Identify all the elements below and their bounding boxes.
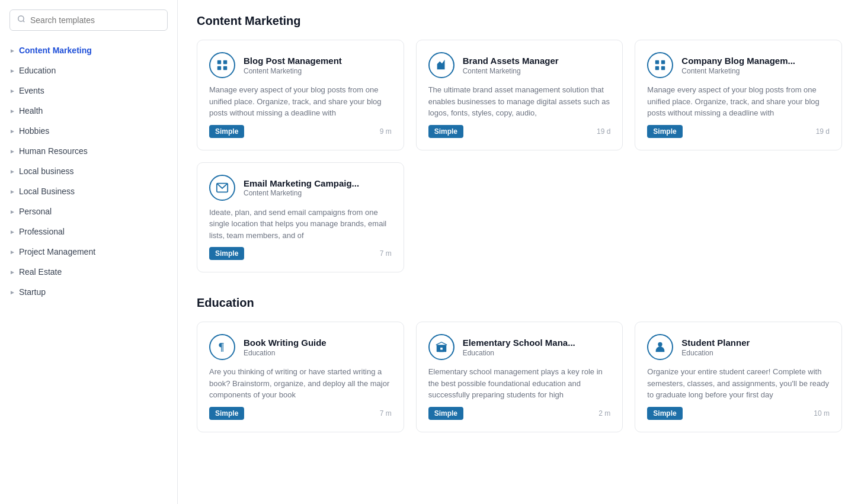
template-card[interactable]: Elementary School Mana... Education Elem… bbox=[416, 322, 623, 432]
svg-rect-6 bbox=[655, 60, 659, 64]
card-time: 10 m bbox=[814, 409, 830, 418]
search-input[interactable] bbox=[30, 15, 160, 25]
sections-container: Content Marketing Blog Post Management C… bbox=[197, 14, 842, 432]
card-category: Content Marketing bbox=[244, 189, 359, 197]
card-description: Manage every aspect of your blog posts f… bbox=[647, 84, 830, 119]
card-description: Elementary school management plays a key… bbox=[428, 366, 611, 401]
card-name: Brand Assets Manager bbox=[463, 55, 559, 67]
badge-simple[interactable]: Simple bbox=[647, 125, 682, 138]
sidebar-item-project-management[interactable]: ► Project Management bbox=[0, 242, 177, 262]
chevron-right-icon: ► bbox=[9, 128, 15, 134]
card-footer: Simple 19 d bbox=[428, 125, 611, 138]
card-description: The ultimate brand asset management solu… bbox=[428, 84, 611, 119]
sidebar-item-real-estate[interactable]: ► Real Estate bbox=[0, 262, 177, 282]
card-time: 2 m bbox=[598, 409, 610, 418]
template-card[interactable]: ¶ Book Writing Guide Education Are you t… bbox=[197, 322, 404, 432]
card-header: Elementary School Mana... Education bbox=[428, 334, 611, 360]
svg-line-1 bbox=[23, 21, 25, 23]
svg-point-0 bbox=[18, 16, 24, 21]
card-category: Education bbox=[463, 349, 575, 357]
cards-grid: Blog Post Management Content Marketing M… bbox=[197, 40, 842, 272]
sidebar-item-education[interactable]: ► Education bbox=[0, 60, 177, 81]
badge-simple[interactable]: Simple bbox=[209, 247, 244, 260]
badge-simple[interactable]: Simple bbox=[209, 407, 244, 420]
sidebar-item-professional[interactable]: ► Professional bbox=[0, 221, 177, 242]
chevron-right-icon: ► bbox=[9, 249, 15, 255]
svg-rect-5 bbox=[223, 66, 227, 70]
card-name: Company Blog Managem... bbox=[681, 55, 795, 67]
template-card[interactable]: Brand Assets Manager Content Marketing T… bbox=[416, 40, 623, 150]
svg-rect-9 bbox=[661, 66, 665, 70]
sidebar-item-local-business[interactable]: ► Local business bbox=[0, 161, 177, 181]
sidebar-item-label: Events bbox=[19, 86, 168, 95]
sidebar-item-health[interactable]: ► Health bbox=[0, 101, 177, 121]
sidebar-item-label: Hobbies bbox=[19, 126, 168, 136]
badge-simple[interactable]: Simple bbox=[428, 407, 463, 420]
chevron-right-icon: ► bbox=[9, 229, 15, 235]
chevron-right-icon: ► bbox=[9, 208, 15, 215]
card-icon-chart bbox=[428, 52, 454, 78]
card-header: Blog Post Management Content Marketing bbox=[209, 52, 392, 78]
sidebar-item-hobbies[interactable]: ► Hobbies bbox=[0, 121, 177, 141]
svg-point-14 bbox=[658, 342, 662, 346]
sidebar-item-label: Education bbox=[19, 66, 168, 75]
sidebar-item-personal[interactable]: ► Personal bbox=[0, 201, 177, 221]
chevron-right-icon: ► bbox=[9, 88, 15, 94]
badge-simple[interactable]: Simple bbox=[647, 407, 682, 420]
sidebar: ► Content Marketing ► Education ► Events… bbox=[0, 0, 178, 504]
template-card[interactable]: Email Marketing Campaig... Content Marke… bbox=[197, 162, 404, 273]
card-footer: Simple 2 m bbox=[428, 407, 611, 420]
card-icon-paragraph: ¶ bbox=[209, 334, 235, 360]
search-icon bbox=[17, 15, 25, 25]
chevron-right-icon: ► bbox=[9, 269, 15, 275]
card-time: 9 m bbox=[380, 127, 392, 136]
badge-simple[interactable]: Simple bbox=[428, 125, 463, 138]
card-name: Email Marketing Campaig... bbox=[244, 178, 359, 190]
card-footer: Simple 7 m bbox=[209, 407, 392, 420]
search-box[interactable] bbox=[9, 9, 168, 31]
section-title: Education bbox=[197, 296, 842, 310]
sidebar-item-label: Project Management bbox=[19, 247, 168, 256]
card-header: Company Blog Managem... Content Marketin… bbox=[647, 52, 830, 78]
card-title-block: Email Marketing Campaig... Content Marke… bbox=[244, 178, 359, 198]
card-header: Student Planner Education bbox=[647, 334, 830, 360]
card-description: Are you thinking of writing or have star… bbox=[209, 366, 392, 401]
card-header: Brand Assets Manager Content Marketing bbox=[428, 52, 611, 78]
card-title-block: Company Blog Managem... Content Marketin… bbox=[681, 55, 795, 75]
template-card[interactable]: Company Blog Managem... Content Marketin… bbox=[635, 40, 842, 150]
template-card[interactable]: Student Planner Education Organize your … bbox=[635, 322, 842, 432]
sidebar-item-local-business[interactable]: ► Local Business bbox=[0, 181, 177, 201]
chevron-right-icon: ► bbox=[9, 68, 15, 74]
badge-simple[interactable]: Simple bbox=[209, 125, 244, 138]
section-education: Education ¶ Book Writing Guide Education… bbox=[197, 296, 842, 432]
sidebar-item-startup[interactable]: ► Startup bbox=[0, 282, 177, 302]
cards-grid: ¶ Book Writing Guide Education Are you t… bbox=[197, 322, 842, 432]
card-header: ¶ Book Writing Guide Education bbox=[209, 334, 392, 360]
card-category: Content Marketing bbox=[244, 67, 342, 75]
card-category: Content Marketing bbox=[463, 67, 559, 75]
card-icon-grid bbox=[647, 52, 673, 78]
card-category: Education bbox=[244, 349, 327, 357]
svg-rect-13 bbox=[440, 348, 443, 350]
svg-text:¶: ¶ bbox=[219, 341, 225, 353]
card-title-block: Blog Post Management Content Marketing bbox=[244, 55, 342, 75]
sidebar-item-events[interactable]: ► Events bbox=[0, 81, 177, 101]
card-footer: Simple 7 m bbox=[209, 247, 392, 260]
section-title: Content Marketing bbox=[197, 14, 842, 28]
card-header: Email Marketing Campaig... Content Marke… bbox=[209, 175, 392, 201]
card-name: Student Planner bbox=[681, 337, 750, 349]
card-category: Content Marketing bbox=[681, 67, 795, 75]
card-time: 7 m bbox=[380, 249, 392, 258]
sidebar-item-label: Local Business bbox=[19, 187, 168, 196]
sidebar-item-human-resources[interactable]: ► Human Resources bbox=[0, 141, 177, 161]
sidebar-item-content-marketing[interactable]: ► Content Marketing bbox=[0, 40, 177, 60]
sidebar-item-label: Professional bbox=[19, 227, 168, 236]
card-icon-grid bbox=[209, 52, 235, 78]
card-footer: Simple 10 m bbox=[647, 407, 830, 420]
sidebar-item-label: Startup bbox=[19, 287, 168, 297]
template-card[interactable]: Blog Post Management Content Marketing M… bbox=[197, 40, 404, 150]
svg-rect-2 bbox=[217, 60, 221, 64]
card-description: Ideate, plan, and send email campaigns f… bbox=[209, 207, 392, 242]
svg-rect-4 bbox=[217, 66, 221, 70]
card-title-block: Brand Assets Manager Content Marketing bbox=[463, 55, 559, 75]
